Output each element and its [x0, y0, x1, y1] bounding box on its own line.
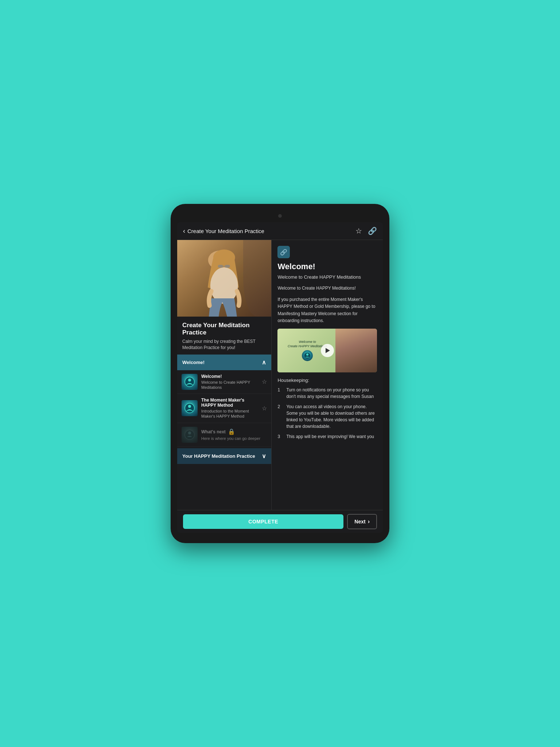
lesson-thumb-welcome: [182, 374, 198, 390]
svg-point-12: [188, 431, 191, 434]
content-link-icon: 🔗: [280, 249, 287, 256]
lesson-star-moment[interactable]: ☆: [262, 405, 267, 412]
svg-point-11: [185, 430, 194, 440]
content-link-icon-box: 🔗: [277, 246, 290, 258]
svg-point-9: [185, 403, 194, 413]
play-button[interactable]: [321, 344, 334, 357]
tablet-screen: ‹ Create Your Meditation Practice ☆ 🔗: [177, 222, 383, 533]
happy-practice-accordion-header[interactable]: Your HAPPY Meditation Practice ∨: [177, 448, 271, 464]
welcome-accordion-chevron-icon: ∧: [262, 359, 266, 366]
lesson-thumb-img-locked: [182, 427, 198, 443]
lesson-thumb-img-welcome: [182, 374, 198, 390]
video-text-line1: Welcome to: [299, 340, 316, 344]
play-triangle-icon: [326, 348, 330, 353]
housekeeping-item-3: 3 This app will be ever improving! We wa…: [277, 433, 377, 440]
course-title-section: Create Your Meditation Practice Calm you…: [177, 317, 271, 355]
lesson-item-welcome[interactable]: Welcome! Welcome to Create HAPPY Meditat…: [177, 370, 271, 394]
lesson-thumb-img-moment: [182, 400, 198, 416]
nav-actions: ☆ 🔗: [355, 227, 377, 235]
lesson-desc-welcome: Welcome to Create HAPPY Meditations: [201, 380, 258, 390]
tablet-device: ‹ Create Your Meditation Practice ☆ 🔗: [171, 204, 389, 543]
lesson-title-welcome: Welcome!: [201, 374, 258, 379]
lesson-title-locked-wrapper: What's next 🔒: [201, 428, 267, 435]
housekeeping-text-3: This app will be ever improving! We want…: [286, 433, 374, 440]
content-title: Welcome!: [277, 262, 377, 271]
right-panel: 🔗 Welcome! Welcome to Create HAPPY Medit…: [272, 240, 383, 510]
tablet-camera: [278, 214, 282, 218]
next-arrow-icon: ›: [368, 518, 370, 525]
nav-back[interactable]: ‹ Create Your Meditation Practice: [183, 227, 264, 235]
lesson-info-welcome: Welcome! Welcome to Create HAPPY Meditat…: [201, 374, 258, 390]
lesson-item-locked[interactable]: What's next 🔒 Here is where you can go d…: [177, 423, 271, 447]
next-button[interactable]: Next ›: [347, 514, 377, 529]
lesson-desc-moment: Introduction to the Moment Maker's HAPPY…: [201, 409, 258, 419]
svg-point-14: [306, 353, 308, 356]
happy-practice-label: Your HAPPY Meditation Practice: [182, 453, 255, 459]
hero-image: [177, 240, 271, 317]
housekeeping-text-1: Turn on notifications on your phone so y…: [286, 387, 377, 400]
lesson-star-welcome[interactable]: ☆: [262, 378, 267, 385]
lock-icon: 🔒: [228, 428, 235, 435]
housekeeping-text-2: You can access all videos on your phone.…: [286, 403, 377, 430]
housekeeping-title: Housekeeping:: [277, 378, 377, 383]
lesson-thumb-locked: [182, 427, 198, 443]
lesson-title-moment: The Moment Maker's HAPPY Method: [201, 398, 258, 408]
welcome-accordion-header[interactable]: Welcome! ∧: [177, 355, 271, 370]
action-bar: COMPLETE Next ›: [177, 510, 383, 533]
svg-point-7: [185, 377, 194, 387]
housekeeping-item-2: 2 You can access all videos on your phon…: [277, 403, 377, 430]
body-paragraph-1: Welcome to Create HAPPY Meditations!: [277, 285, 377, 292]
lesson-desc-locked: Here is where you can go deeper: [201, 436, 267, 441]
svg-point-8: [188, 379, 191, 382]
star-icon[interactable]: ☆: [355, 227, 362, 235]
complete-button[interactable]: COMPLETE: [183, 514, 343, 529]
lesson-thumb-moment: [182, 400, 198, 416]
welcome-accordion-label: Welcome!: [182, 360, 205, 365]
video-thumbnail[interactable]: Welcome to Create HAPPY Meditations: [277, 329, 377, 372]
content-subtitle: Welcome to Create HAPPY Meditations: [277, 274, 377, 280]
body-paragraph-2: If you purchased the entire Moment Maker…: [277, 296, 377, 324]
back-chevron-icon: ‹: [183, 227, 185, 235]
content-area: Create Your Meditation Practice Calm you…: [177, 240, 383, 510]
svg-rect-5: [225, 265, 230, 268]
nav-bar: ‹ Create Your Meditation Practice ☆ 🔗: [177, 222, 383, 240]
meditation-icon-2: [184, 403, 195, 413]
logo-svg: [304, 352, 311, 359]
nav-title: Create Your Meditation Practice: [187, 228, 264, 234]
lesson-info-moment: The Moment Maker's HAPPY Method Introduc…: [201, 398, 258, 419]
link-icon[interactable]: 🔗: [368, 227, 377, 235]
happy-practice-chevron-icon: ∨: [262, 453, 266, 460]
left-panel: Create Your Meditation Practice Calm you…: [177, 240, 272, 510]
housekeeping-item-1: 1 Turn on notifications on your phone so…: [277, 387, 377, 400]
svg-point-10: [188, 405, 191, 408]
meditation-icon-locked: [184, 430, 195, 440]
course-subtitle: Calm your mind by creating the BEST Medi…: [182, 338, 266, 351]
lesson-title-locked: What's next: [201, 429, 226, 434]
next-label: Next: [354, 519, 365, 525]
meditation-icon: [184, 377, 195, 387]
course-title: Create Your Meditation Practice: [182, 322, 266, 336]
video-logo-icon: [302, 350, 313, 361]
video-thumb-right: [335, 329, 377, 372]
lesson-info-locked: What's next 🔒 Here is where you can go d…: [201, 428, 267, 441]
housekeeping-list: 1 Turn on notifications on your phone so…: [277, 387, 377, 440]
svg-rect-4: [218, 265, 223, 268]
lesson-item-moment-maker[interactable]: The Moment Maker's HAPPY Method Introduc…: [177, 394, 271, 423]
video-right-bg: [335, 329, 377, 372]
bg-tree: [243, 240, 272, 317]
